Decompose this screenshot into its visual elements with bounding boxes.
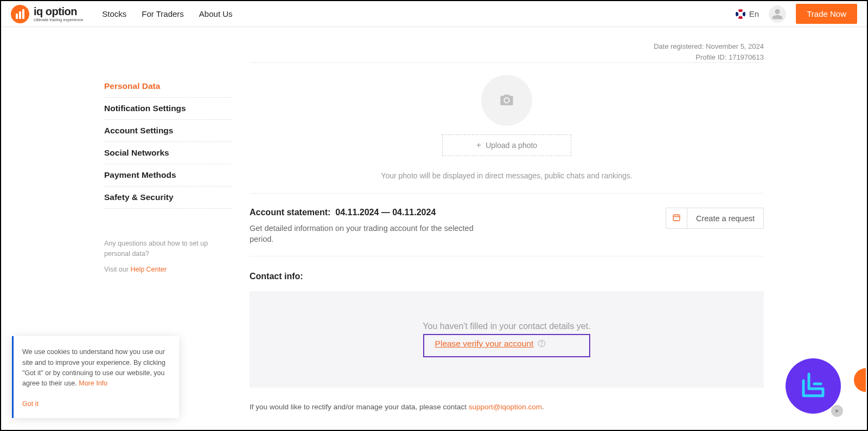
trade-now-button[interactable]: Trade Now xyxy=(796,4,857,24)
upload-label: Upload a photo xyxy=(486,141,537,150)
contact-info-section: Contact info: You haven't filled in your… xyxy=(250,256,764,431)
side-nav: Personal Data Notification Settings Acco… xyxy=(104,81,231,209)
language-label: En xyxy=(749,9,759,18)
statement-title: Account statement: xyxy=(250,208,330,217)
scroll-indicator[interactable] xyxy=(831,405,843,417)
play-icon xyxy=(835,409,839,413)
nav-about-us[interactable]: About Us xyxy=(199,9,233,18)
logo-tagline: Ultimate trading experience xyxy=(34,18,83,22)
date-registered-label: Date registered: xyxy=(654,42,704,50)
photo-placeholder[interactable] xyxy=(481,75,532,126)
upload-photo-button[interactable]: + Upload a photo xyxy=(442,134,571,156)
sidebar-item-social-networks[interactable]: Social Networks xyxy=(104,142,231,164)
rectify-note: If you would like to rectify and/or mana… xyxy=(250,403,764,411)
header-left: iq option Ultimate trading experience St… xyxy=(11,5,233,23)
statement-date-range[interactable]: 04.11.2024 — 04.11.2024 xyxy=(335,208,436,217)
floating-badge[interactable] xyxy=(786,358,841,414)
photo-note: Your photo will be displayed in direct m… xyxy=(250,171,764,180)
logo-icon xyxy=(11,5,29,23)
verify-account-wrapper: Please verify your account xyxy=(423,334,591,357)
sidebar-item-personal-data[interactable]: Personal Data xyxy=(104,81,231,98)
badge-icon xyxy=(797,370,829,402)
profile-meta: Date registered: November 5, 2024 Profil… xyxy=(1,27,867,62)
support-email-link[interactable]: support@iqoption.com xyxy=(469,403,542,411)
svg-point-5 xyxy=(541,345,542,346)
contact-info-title: Contact info: xyxy=(250,272,764,281)
create-request-label: Create a request xyxy=(687,214,763,223)
nav-for-traders[interactable]: For Traders xyxy=(142,9,184,18)
visit-label: Visit our xyxy=(104,266,130,273)
logo-title: iq option xyxy=(34,6,83,17)
logo[interactable]: iq option Ultimate trading experience xyxy=(11,5,83,23)
help-center-link[interactable]: Help Center xyxy=(130,266,167,273)
help-block: Any questions about how to set up person… xyxy=(104,239,231,274)
help-text: Any questions about how to set up person… xyxy=(104,239,231,259)
top-nav: Stocks For Traders About Us xyxy=(102,9,232,18)
profile-id-label: Profile ID: xyxy=(695,53,726,61)
cookie-banner: We use cookies to understand how you use… xyxy=(12,336,179,418)
avatar[interactable] xyxy=(769,5,786,23)
contact-info-box: You haven't filled in your contact detai… xyxy=(250,291,764,388)
contact-not-filled: You haven't filled in your contact detai… xyxy=(260,320,753,332)
user-icon xyxy=(771,8,783,20)
create-request-button[interactable]: Create a request xyxy=(666,208,764,229)
header-right: En Trade Now xyxy=(736,4,857,24)
flag-icon xyxy=(736,9,745,19)
sidebar-item-payment-methods[interactable]: Payment Methods xyxy=(104,164,231,186)
main-content: + Upload a photo Your photo will be disp… xyxy=(250,62,764,431)
cookie-more-info-link[interactable]: More Info xyxy=(79,379,107,387)
top-header: iq option Ultimate trading experience St… xyxy=(1,1,867,27)
language-selector[interactable]: En xyxy=(736,9,759,19)
svg-rect-0 xyxy=(673,215,680,221)
plus-icon: + xyxy=(476,140,481,150)
date-registered-value: November 5, 2024 xyxy=(706,42,764,50)
statement-description: Get detailed information on your trading… xyxy=(250,223,477,245)
sidebar-item-safety-security[interactable]: Safety & Security xyxy=(104,186,231,209)
cookie-gotit-button[interactable]: Got it xyxy=(22,399,39,409)
verify-account-link[interactable]: Please verify your account xyxy=(435,339,534,349)
sidebar-item-notification-settings[interactable]: Notification Settings xyxy=(104,98,231,120)
sidebar-item-account-settings[interactable]: Account Settings xyxy=(104,120,231,142)
photo-section: + Upload a photo Your photo will be disp… xyxy=(250,75,764,194)
camera-icon xyxy=(499,93,514,108)
profile-id-value: 171970613 xyxy=(729,53,764,61)
account-statement-section: Account statement: 04.11.2024 — 04.11.20… xyxy=(250,194,764,256)
calendar-icon xyxy=(666,208,687,228)
question-icon[interactable] xyxy=(538,339,546,348)
nav-stocks[interactable]: Stocks xyxy=(102,9,126,18)
